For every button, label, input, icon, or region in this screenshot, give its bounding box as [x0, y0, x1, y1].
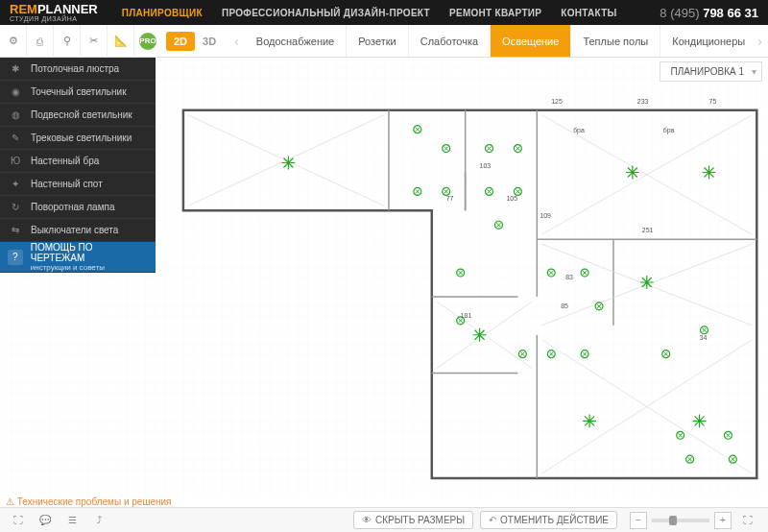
- spotlight-icon: ◉: [8, 86, 23, 97]
- tab-ac[interactable]: Кондиционеры: [660, 25, 752, 57]
- tech-issues-link[interactable]: Технические проблемы и решения: [6, 496, 172, 507]
- nav-contacts[interactable]: КОНТАКТЫ: [561, 8, 616, 18]
- sidebar-item-label: Точечный светильник: [31, 86, 127, 97]
- svg-text:бра: бра: [663, 127, 675, 134]
- settings-icon[interactable]: ⚙: [0, 25, 27, 58]
- app-header: REMPLANNER СТУДИЯ ДИЗАЙНА ПЛАНИРОВЩИК ПР…: [0, 0, 768, 25]
- sidebar-item-label: Трековые светильники: [31, 133, 132, 143]
- print-icon[interactable]: ⎙: [27, 25, 54, 58]
- logo[interactable]: REMPLANNER СТУДИЯ ДИЗАЙНА: [10, 3, 98, 22]
- pendant-icon: ◍: [8, 109, 23, 120]
- tab-lowvoltage[interactable]: Слаботочка: [409, 25, 491, 57]
- layers-icon[interactable]: ☰: [60, 510, 84, 531]
- nav-design-project[interactable]: ПРОФЕССИОНАЛЬНЫЙ ДИЗАЙН-ПРОЕКТ: [222, 8, 430, 18]
- layout-selector[interactable]: ПЛАНИРОВКА 1: [660, 61, 762, 82]
- chandelier-icon: ✱: [8, 63, 23, 74]
- sidebar-item-label: Потолочная люстра: [31, 63, 119, 74]
- sidebar-item-chandelier[interactable]: ✱Потолочная люстра: [0, 58, 156, 81]
- switch-icon: ⇆: [8, 225, 23, 235]
- logo-subtitle: СТУДИЯ ДИЗАЙНА: [10, 15, 98, 22]
- help-subtitle: инструкции и советы: [31, 263, 148, 272]
- svg-text:34: 34: [700, 334, 708, 341]
- svg-text:77: 77: [446, 195, 454, 202]
- zoom-out-button[interactable]: −: [630, 512, 647, 529]
- sidebar-item-rotatelamp[interactable]: ↻Поворотная лампа: [0, 196, 156, 219]
- upload-icon[interactable]: ⤴: [86, 510, 111, 531]
- svg-text:251: 251: [642, 227, 654, 233]
- sidebar-item-label: Выключатели света: [31, 225, 118, 235]
- zoom-slider[interactable]: [652, 519, 709, 522]
- tab-water[interactable]: Водоснабжение: [245, 25, 347, 57]
- svg-text:бра: бра: [573, 127, 585, 134]
- sidebar-item-switches[interactable]: ⇆Выключатели света: [0, 219, 156, 242]
- svg-text:105: 105: [506, 195, 517, 202]
- svg-text:233: 233: [637, 98, 649, 105]
- svg-text:85: 85: [561, 302, 568, 309]
- undo-label: ОТМЕНИТЬ ДЕЙСТВИЕ: [500, 515, 609, 525]
- wallspot-icon: ✦: [8, 179, 23, 189]
- logo-planner: PLANNER: [37, 2, 98, 16]
- help-title: ПОМОЩЬ ПО ЧЕРТЕЖАМ: [31, 242, 148, 263]
- view-2d-button[interactable]: 2D: [166, 32, 195, 51]
- view-3d-button[interactable]: 3D: [195, 32, 224, 51]
- rotatelamp-icon: ↻: [8, 202, 23, 212]
- phone-num: 798 66 31: [703, 6, 758, 20]
- sconce-icon: Ю: [8, 156, 23, 166]
- zoom-control: − + ⛶: [630, 510, 762, 531]
- hide-dimensions-button[interactable]: 👁СКРЫТЬ РАЗМЕРЫ: [353, 511, 473, 529]
- nav-renovation[interactable]: РЕМОНТ КВАРТИР: [449, 8, 541, 18]
- logo-rem: REM: [10, 2, 37, 16]
- svg-text:75: 75: [709, 98, 717, 105]
- sidebar-item-label: Подвесной светильник: [31, 109, 132, 120]
- sidebar-item-wallspot[interactable]: ✦Настенный спот: [0, 173, 156, 196]
- track-icon: ✎: [8, 133, 23, 143]
- undo-icon: ↶: [489, 515, 496, 525]
- sidebar-item-spotlight[interactable]: ◉Точечный светильник: [0, 81, 156, 104]
- tab-heating[interactable]: Теплые полы: [571, 25, 660, 57]
- category-tabs: Водоснабжение Розетки Слаботочка Освещен…: [245, 25, 753, 57]
- svg-text:103: 103: [480, 162, 492, 169]
- sidebar-item-track[interactable]: ✎Трековые светильники: [0, 127, 156, 150]
- sidebar-item-label: Настенный спот: [31, 179, 103, 189]
- ruler-icon[interactable]: 📐: [108, 25, 134, 58]
- footer: ⛶ 💬 ☰ ⤴ 👁СКРЫТЬ РАЗМЕРЫ ↶ОТМЕНИТЬ ДЕЙСТВ…: [0, 507, 768, 532]
- hide-dims-label: СКРЫТЬ РАЗМЕРЫ: [375, 515, 465, 525]
- fullscreen-icon[interactable]: ⛶: [6, 510, 31, 531]
- phone-prefix: 8 (495): [660, 6, 703, 20]
- pro-badge[interactable]: PRO: [139, 33, 156, 50]
- lighting-tools-panel: ✱Потолочная люстра ◉Точечный светильник …: [0, 58, 156, 273]
- svg-text:83: 83: [565, 274, 573, 280]
- svg-text:125: 125: [551, 98, 563, 105]
- undo-button[interactable]: ↶ОТМЕНИТЬ ДЕЙСТВИЕ: [480, 511, 617, 529]
- nav-planner[interactable]: ПЛАНИРОВЩИК: [122, 8, 203, 18]
- tabs-scroll-right[interactable]: ›: [752, 34, 768, 49]
- share-icon[interactable]: ⚲: [54, 25, 81, 58]
- zoom-in-button[interactable]: +: [714, 512, 732, 529]
- chat-icon[interactable]: 💬: [33, 510, 58, 531]
- eye-off-icon: 👁: [362, 515, 372, 525]
- view-toggle: 2D 3D: [166, 32, 224, 51]
- toolbar: ⚙ ⎙ ⚲ ✂ 📐 PRO 2D 3D ‹ Водоснабжение Розе…: [0, 25, 768, 58]
- svg-text:109: 109: [540, 212, 551, 219]
- sidebar-help[interactable]: ? ПОМОЩЬ ПО ЧЕРТЕЖАМ инструкции и советы: [0, 242, 156, 273]
- help-icon: ?: [8, 250, 23, 265]
- sidebar-item-sconce[interactable]: ЮНастенный бра: [0, 150, 156, 173]
- phone-number: 8 (495) 798 66 31: [660, 6, 758, 20]
- sidebar-item-pendant[interactable]: ◍Подвесной светильник: [0, 104, 156, 127]
- sidebar-item-label: Поворотная лампа: [31, 202, 115, 212]
- tab-sockets[interactable]: Розетки: [347, 25, 409, 57]
- svg-text:181: 181: [461, 312, 472, 319]
- zoom-fit-icon[interactable]: ⛶: [735, 510, 760, 531]
- tabs-scroll-left[interactable]: ‹: [228, 34, 245, 49]
- tab-lighting[interactable]: Освещение: [491, 25, 571, 57]
- tools-icon[interactable]: ✂: [81, 25, 108, 58]
- sidebar-item-label: Настенный бра: [31, 156, 99, 166]
